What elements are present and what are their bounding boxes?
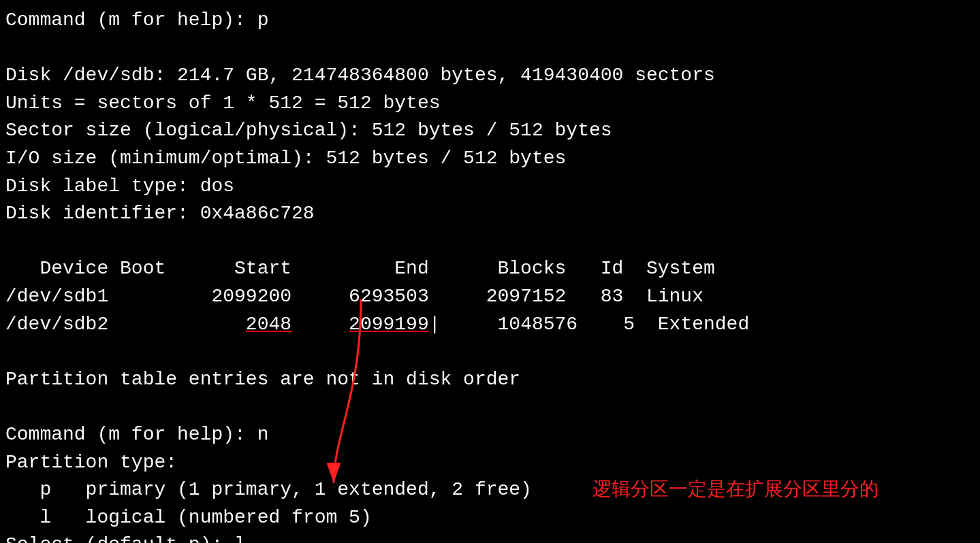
annotation-text: 逻辑分区一定是在扩展分区里分的 xyxy=(592,476,879,502)
line-partition-warn: Partition table entries are not in disk … xyxy=(5,366,975,394)
table-row-sdb1: /dev/sdb1 2099200 6293503 2097152 83 Lin… xyxy=(5,283,975,311)
line-disk6: Disk identifier: 0x4a86c728 xyxy=(5,200,975,228)
terminal-window: Command (m for help): p Disk /dev/sdb: 2… xyxy=(0,0,980,543)
line-disk3: Sector size (logical/physical): 512 byte… xyxy=(5,117,975,145)
sdb2-start: 2048 xyxy=(246,314,291,335)
line-cmd1: Command (m for help): p xyxy=(5,7,975,35)
line-disk4: I/O size (minimum/optimal): 512 bytes / … xyxy=(5,145,975,173)
table-header: Device Boot Start End Blocks Id System xyxy=(5,255,975,283)
line-disk2: Units = sectors of 1 * 512 = 512 bytes xyxy=(5,90,975,118)
line-select: Select (default p): l xyxy=(5,531,975,543)
line-partition-type-l: l logical (numbered from 5) xyxy=(5,504,975,532)
line-blank2 xyxy=(5,228,975,256)
sdb2-end: 2099199 xyxy=(349,314,429,335)
line-disk5: Disk label type: dos xyxy=(5,173,975,201)
line-blank4 xyxy=(5,393,975,421)
line-disk1: Disk /dev/sdb: 214.7 GB, 214748364800 by… xyxy=(5,62,975,90)
line-cmd2: Command (m for help): n xyxy=(5,421,975,449)
line-partition-type-hdr: Partition type: xyxy=(5,449,975,477)
table-row-sdb2: /dev/sdb2 2048 2099199| 1048576 5 Extend… xyxy=(5,311,975,339)
line-blank3 xyxy=(5,338,975,366)
line-blank1 xyxy=(5,35,975,63)
